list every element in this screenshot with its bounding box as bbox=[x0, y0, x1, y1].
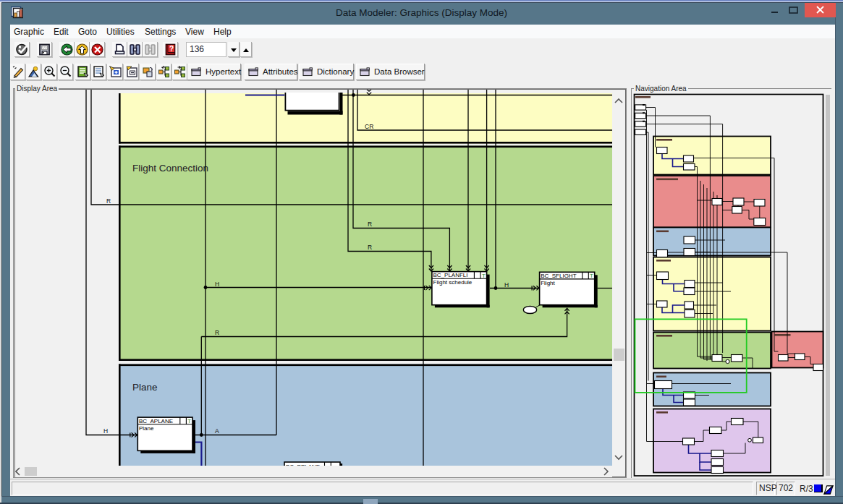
svg-text:BC_PLANFLI: BC_PLANFLI bbox=[433, 272, 468, 278]
svg-text:H: H bbox=[504, 281, 509, 289]
svg-text:R: R bbox=[368, 244, 372, 251]
svg-text:A: A bbox=[215, 427, 219, 435]
svg-text:BC_APLANE: BC_APLANE bbox=[139, 418, 173, 424]
svg-text:T: T bbox=[187, 418, 191, 424]
svg-text:T: T bbox=[590, 273, 593, 279]
svg-text:Flight: Flight bbox=[541, 280, 555, 286]
svg-text:H: H bbox=[215, 281, 219, 288]
svg-text:T: T bbox=[482, 273, 486, 279]
svg-text:Plane: Plane bbox=[139, 425, 154, 432]
svg-text:CR: CR bbox=[365, 123, 373, 130]
svg-text:R: R bbox=[106, 197, 111, 205]
svg-text:R: R bbox=[215, 329, 219, 336]
svg-text:Flight schedule: Flight schedule bbox=[433, 279, 473, 286]
svg-text:BC_SFLIGHT: BC_SFLIGHT bbox=[541, 273, 576, 279]
svg-text:?: ? bbox=[169, 45, 174, 53]
svg-text:H: H bbox=[103, 427, 108, 435]
svg-text:R: R bbox=[368, 221, 372, 228]
svg-text:Flight Connection: Flight Connection bbox=[132, 163, 208, 174]
svg-text:Plane: Plane bbox=[132, 382, 158, 393]
